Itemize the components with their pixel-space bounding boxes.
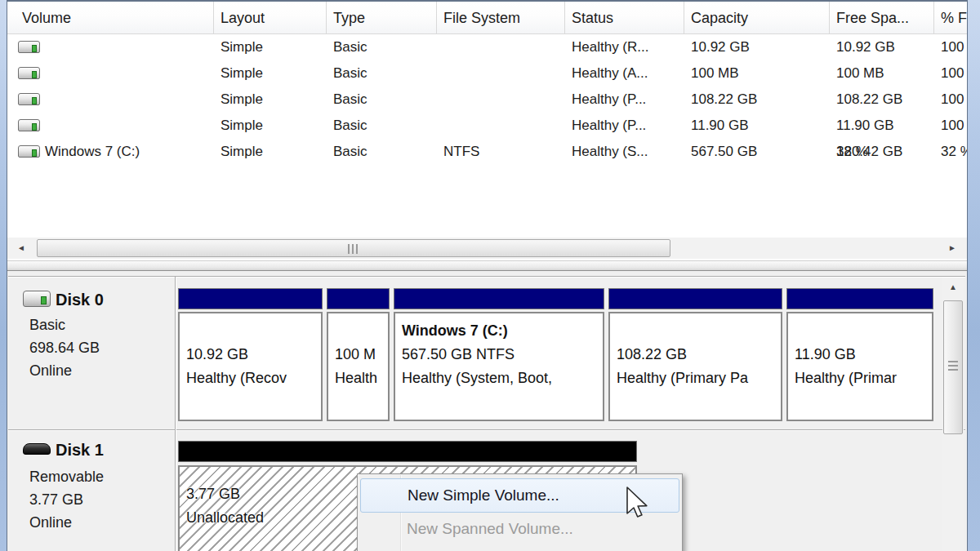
free-space-cell: 108.22 GB [836, 87, 902, 113]
free-space-cell: 180.42 GB [836, 139, 902, 165]
disk-basic-icon [23, 291, 51, 307]
disk-type: Removable [29, 465, 104, 488]
status-cell: Healthy (S... [572, 139, 648, 165]
partition-size: 108.22 GB [617, 343, 781, 367]
type-cell: Basic [333, 113, 368, 139]
partition-status: Healthy (Primary Pa [617, 367, 781, 390]
disk-status: Online [29, 359, 100, 382]
status-cell: Healthy (A... [572, 60, 648, 87]
partition-block[interactable]: 11.90 GB Healthy (Primar [786, 312, 933, 421]
free-space-cell: 10.92 GB [836, 34, 895, 60]
percent-free-cell: 32 % [941, 139, 967, 165]
partition-block[interactable]: 10.92 GB Healthy (Recov [178, 312, 323, 421]
volume-row[interactable]: Simple Basic Healthy (P... 11.90 GB 11.9… [7, 113, 967, 139]
capacity-cell: 108.22 GB [691, 87, 757, 113]
partition-block[interactable]: 100 M Health [327, 312, 390, 421]
percent-free-cell: 100 % [941, 34, 967, 60]
column-header-layout[interactable]: Layout [214, 2, 327, 34]
partition-status: Healthy (Recov [186, 367, 321, 390]
volume-list-header: Volume Layout Type File System Status Ca… [7, 2, 967, 34]
partition-color-bar[interactable] [178, 288, 323, 309]
type-cell: Basic [333, 60, 368, 87]
partition-status: Healthy (Primar [795, 367, 932, 390]
partition-size: 10.92 GB [186, 343, 321, 367]
volume-row[interactable]: Simple Basic Healthy (R... 10.92 GB 10.9… [7, 34, 967, 60]
percent-free-cell: 100 % [941, 113, 967, 139]
partition-color-bar[interactable] [786, 288, 933, 309]
partition-title [795, 319, 932, 343]
status-cell: Healthy (P... [572, 113, 646, 139]
column-header-free-space[interactable]: Free Spa... [830, 2, 934, 34]
window-border-left [0, 0, 7, 551]
unallocated-size: 3.77 GB [186, 482, 240, 506]
scroll-up-icon: ▲ [949, 282, 957, 291]
scrollbar-grip-icon [348, 244, 359, 254]
capacity-cell: 11.90 GB [691, 113, 749, 139]
volume-icon [18, 145, 40, 158]
column-header-file-system[interactable]: File System [437, 2, 565, 34]
partition-status: Healthy (System, Boot, [402, 367, 603, 390]
volume-row[interactable]: Simple Basic Healthy (P... 108.22 GB 108… [7, 87, 967, 113]
pane-splitter[interactable] [7, 260, 967, 271]
type-cell: Basic [333, 139, 368, 165]
partition-color-bar[interactable] [394, 288, 604, 309]
free-space-cell: 11.90 GB [836, 113, 894, 139]
cursor-icon [626, 487, 650, 519]
disk-name: Disk 0 [56, 289, 104, 310]
partition-color-bar[interactable] [608, 288, 782, 309]
column-header-capacity[interactable]: Capacity [684, 2, 830, 34]
percent-free-cell: 100 % [941, 60, 967, 87]
menu-item-label: New Spanned Volume... [407, 513, 573, 545]
layout-cell: Simple [220, 34, 263, 60]
divider [8, 430, 965, 431]
partition-title [335, 319, 388, 343]
volume-row[interactable]: Windows 7 (C:) Simple Basic NTFS Healthy… [7, 139, 967, 165]
scrollbar-grip-icon [948, 361, 958, 372]
disk-management-window: Volume Layout Type File System Status Ca… [0, 0, 980, 551]
partition-status: Health [335, 367, 388, 390]
scroll-up-button[interactable]: ▲ [942, 278, 964, 299]
disk-status: Online [29, 511, 104, 534]
capacity-cell: 567.50 GB [691, 139, 757, 165]
partition-block[interactable]: 108.22 GB Healthy (Primary Pa [608, 312, 782, 421]
column-header-status[interactable]: Status [565, 2, 684, 34]
volume-list: Simple Basic Healthy (R... 10.92 GB 10.9… [7, 34, 967, 238]
scroll-left-icon: ◄ [17, 243, 25, 252]
status-cell: Healthy (P... [572, 87, 646, 113]
menu-item-label: New Simple Volume... [408, 479, 559, 512]
disk-type: Basic [29, 313, 100, 336]
scroll-right-button[interactable]: ► [941, 238, 964, 259]
layout-cell: Simple [220, 113, 263, 139]
unallocated-color-bar[interactable] [178, 441, 637, 462]
column-header-type[interactable]: Type [327, 2, 437, 34]
vertical-scrollbar-thumb[interactable] [943, 300, 963, 434]
partition-block-windows-c[interactable]: Windows 7 (C:) 567.50 GB NTFS Healthy (S… [394, 312, 604, 421]
partition-color-bar[interactable] [327, 288, 390, 309]
window-border-top [7, 0, 967, 2]
column-header-volume[interactable]: Volume [8, 2, 214, 34]
partition-title [617, 319, 781, 343]
percent-free-cell: 100 % [941, 87, 967, 113]
volume-row[interactable]: Simple Basic Healthy (A... 100 MB 100 MB… [7, 60, 967, 87]
partition-size: 100 M [335, 343, 388, 367]
type-cell: Basic [333, 87, 368, 113]
file-system-cell: NTFS [443, 139, 479, 165]
vertical-scrollbar[interactable]: ▲ [942, 278, 964, 551]
volume-icon [18, 93, 40, 105]
horizontal-scrollbar[interactable]: ◄ ► [7, 238, 967, 259]
type-cell: Basic [333, 34, 368, 60]
volume-icon [18, 67, 40, 79]
horizontal-scrollbar-thumb[interactable] [37, 239, 670, 257]
capacity-cell: 10.92 GB [691, 34, 750, 60]
volume-icon [18, 119, 40, 131]
disk-capacity: 698.64 GB [29, 336, 100, 359]
divider [8, 277, 965, 278]
disk-name: Disk 1 [56, 439, 104, 460]
scroll-left-button[interactable]: ◄ [10, 238, 33, 259]
column-header-percent-free[interactable]: % F [934, 2, 967, 34]
partition-title [186, 319, 321, 343]
capacity-cell: 100 MB [691, 60, 739, 87]
scroll-right-icon: ► [948, 243, 956, 252]
layout-cell: Simple [220, 87, 263, 113]
divider [176, 277, 176, 551]
